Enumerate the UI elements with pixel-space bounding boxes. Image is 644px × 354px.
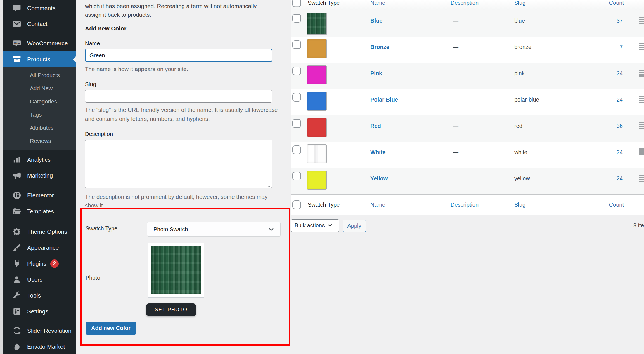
column-footer-count[interactable]: Count <box>609 202 624 208</box>
sidebar-item-label: Settings <box>27 308 48 315</box>
sidebar-item-comments[interactable]: Comments <box>3 0 76 16</box>
set-photo-button[interactable]: SET PHOTO <box>146 303 196 316</box>
column-header-count[interactable]: Count <box>609 0 624 6</box>
term-count-link[interactable]: 24 <box>617 175 623 182</box>
term-name-link[interactable]: Pink <box>370 70 382 77</box>
swatch-type-select[interactable]: Photo Swatch <box>147 222 281 237</box>
products-icon <box>13 55 21 63</box>
drag-handle-icon[interactable] <box>639 148 644 156</box>
admin-sidebar: Comments Contact Woo WooCommerce Product… <box>3 0 76 354</box>
add-new-color-button[interactable]: Add new Color <box>86 322 136 335</box>
sidebar-item-label: WooCommerce <box>27 40 68 47</box>
drag-handle-icon[interactable] <box>639 70 644 77</box>
column-header-description[interactable]: Description <box>451 0 479 6</box>
term-count-link[interactable]: 37 <box>617 18 623 24</box>
sidebar-item-woocommerce[interactable]: Woo WooCommerce <box>3 35 76 51</box>
sidebar-item-label: Appearance <box>27 244 59 251</box>
drag-handle-icon[interactable] <box>639 122 644 130</box>
term-count-link[interactable]: 24 <box>617 70 623 77</box>
column-header-name[interactable]: Name <box>370 0 385 6</box>
sidebar-item-templates[interactable]: Templates <box>3 203 76 219</box>
sidebar-subitem-add-new[interactable]: Add New <box>3 82 76 95</box>
table-row: Red — red 36 <box>291 115 644 142</box>
row-checkbox[interactable] <box>292 67 301 75</box>
envato-market-icon <box>13 342 21 351</box>
sidebar-item-label: Analytics <box>27 156 51 163</box>
term-name-link[interactable]: Red <box>370 123 381 129</box>
drag-handle-icon[interactable] <box>639 17 644 25</box>
row-checkbox[interactable] <box>292 145 301 154</box>
sidebar-item-appearance[interactable]: Appearance <box>3 240 76 256</box>
table-row: Bronze — bronze 7 <box>291 37 644 63</box>
description-help: The description is not prominent by defa… <box>85 192 281 210</box>
apply-button[interactable]: Apply <box>343 220 366 232</box>
select-all-checkbox[interactable] <box>292 200 301 209</box>
column-footer-slug[interactable]: Slug <box>514 202 525 208</box>
sidebar-subitem-tags[interactable]: Tags <box>3 108 76 121</box>
table-footer-row: Swatch Type Name Description Slug Count <box>291 194 644 215</box>
drag-handle-icon[interactable] <box>639 43 644 51</box>
slug-input[interactable] <box>85 90 272 103</box>
sidebar-item-settings[interactable]: Settings <box>3 303 76 319</box>
term-count-link[interactable]: 36 <box>617 123 623 129</box>
term-count-link[interactable]: 24 <box>617 96 623 103</box>
sidebar-item-label: Contact <box>27 21 47 27</box>
sidebar-item-plugins[interactable]: Plugins 2 <box>3 256 76 272</box>
sidebar-item-analytics[interactable]: Analytics <box>3 152 76 167</box>
sidebar-subitem-attributes[interactable]: Attributes <box>3 121 76 134</box>
table-header-row: Swatch Type Name Description Slug Count <box>291 0 644 10</box>
sidebar-item-label: Slider Revolution <box>27 327 72 334</box>
sidebar-item-products[interactable]: Products <box>3 51 76 67</box>
sidebar-item-contact[interactable]: Contact <box>3 16 76 32</box>
term-description: — <box>453 123 458 129</box>
term-slug: yellow <box>514 175 530 182</box>
sidebar-item-slider-revolution[interactable]: Slider Revolution <box>3 323 76 339</box>
select-all-checkbox[interactable] <box>292 0 301 7</box>
bulk-actions-bar: Bulk actions Apply 8 items <box>291 219 644 239</box>
row-checkbox[interactable] <box>292 14 301 23</box>
term-name-link[interactable]: Bronze <box>370 44 389 50</box>
sidebar-item-label: Plugins <box>27 260 46 267</box>
settings-icon <box>13 307 21 316</box>
bulk-actions-select[interactable]: Bulk actions <box>291 219 339 232</box>
photo-preview-image <box>151 246 201 294</box>
elementor-icon <box>13 191 21 200</box>
term-count-link[interactable]: 24 <box>617 149 623 155</box>
sidebar-item-label: Theme Options <box>27 228 67 235</box>
contact-icon <box>13 20 21 28</box>
column-header-slug[interactable]: Slug <box>514 0 525 6</box>
sidebar-item-label: Marketing <box>27 172 53 179</box>
drag-handle-icon[interactable] <box>639 96 644 104</box>
term-slug: polar-blue <box>514 96 539 103</box>
appearance-icon <box>13 243 21 252</box>
term-count-link[interactable]: 7 <box>620 44 623 50</box>
sidebar-subitem-categories[interactable]: Categories <box>3 95 76 108</box>
row-checkbox[interactable] <box>292 119 301 128</box>
svg-text:Woo: Woo <box>14 41 20 44</box>
row-checkbox[interactable] <box>292 172 301 180</box>
term-name-link[interactable]: White <box>370 149 385 155</box>
term-name-link[interactable]: Yellow <box>370 175 388 182</box>
sidebar-item-users[interactable]: Users <box>3 272 76 287</box>
sidebar-item-marketing[interactable]: Marketing <box>3 167 76 183</box>
drag-handle-icon[interactable] <box>639 175 644 183</box>
sidebar-subitem-all-products[interactable]: All Products <box>3 69 76 82</box>
sidebar-item-envato-market[interactable]: Envato Market <box>3 339 76 354</box>
photo-preview-frame <box>148 243 204 298</box>
column-footer-name[interactable]: Name <box>370 202 385 208</box>
term-slug: white <box>514 149 527 155</box>
row-checkbox[interactable] <box>292 93 301 102</box>
swatch-thumbnail <box>307 144 327 163</box>
term-description: — <box>453 44 458 50</box>
sidebar-subitem-reviews[interactable]: Reviews <box>3 134 76 148</box>
sidebar-item-elementor[interactable]: Elementor <box>3 187 76 203</box>
table-row: Blue — blue 37 <box>291 10 644 37</box>
sidebar-item-tools[interactable]: Tools <box>3 287 76 303</box>
description-textarea[interactable] <box>85 140 272 188</box>
name-input[interactable] <box>85 49 272 62</box>
column-footer-description[interactable]: Description <box>451 202 479 208</box>
sidebar-item-theme-options[interactable]: Theme Options <box>3 224 76 240</box>
term-name-link[interactable]: Blue <box>370 18 382 24</box>
term-name-link[interactable]: Polar Blue <box>370 96 398 103</box>
row-checkbox[interactable] <box>292 40 301 49</box>
